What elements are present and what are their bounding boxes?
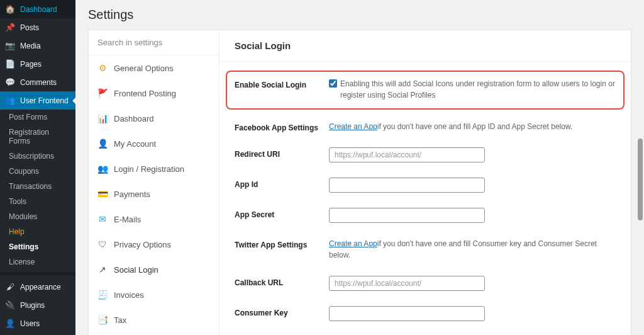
tab-content-filtering[interactable]: 🔗Content Filtering xyxy=(89,332,219,335)
label: Plugins xyxy=(20,301,45,310)
submenu-tools[interactable]: Tools xyxy=(0,194,75,209)
callback-url-input[interactable] xyxy=(329,276,485,291)
submenu-subscriptions[interactable]: Subscriptions xyxy=(0,149,75,164)
label: Media xyxy=(20,42,41,50)
tax-icon: 📑 xyxy=(97,315,108,325)
submenu-license[interactable]: License xyxy=(0,254,75,270)
tab-tax[interactable]: 📑Tax xyxy=(89,307,219,332)
sidebar-item-dashboard[interactable]: 🏠Dashboard xyxy=(0,0,75,18)
label: User Frontend xyxy=(20,96,69,105)
page-title: Settings xyxy=(88,8,631,22)
label: General Options xyxy=(114,64,174,73)
consumer-key-label: Consumer Key xyxy=(235,306,329,317)
submenu-help[interactable]: Help xyxy=(0,224,75,239)
brush-icon: 🖌 xyxy=(5,282,15,292)
sidebar-item-pages[interactable]: 📄Pages xyxy=(0,55,75,73)
separator xyxy=(0,272,75,275)
user-icon: 👤 xyxy=(5,319,15,328)
facebook-settings-label: Facebook App Settings xyxy=(235,121,329,132)
tab-my-account[interactable]: 👤My Account xyxy=(89,131,219,156)
home-icon: 🏠 xyxy=(5,4,15,14)
sidebar-item-media[interactable]: 📷Media xyxy=(0,37,75,55)
mail-icon: ✉ xyxy=(97,214,108,224)
redirect-uri-input[interactable] xyxy=(329,147,485,162)
label: Dashboard xyxy=(20,5,57,14)
sidebar-item-posts[interactable]: 📌Posts xyxy=(0,18,75,37)
settings-nav: Search in settings ⚙General Options 🚩Fro… xyxy=(89,30,219,335)
sidebar-item-users[interactable]: 👤Users xyxy=(0,314,75,332)
tab-general-options[interactable]: ⚙General Options xyxy=(89,55,219,81)
pin-icon: 📌 xyxy=(5,23,15,32)
gear-icon: ⚙ xyxy=(97,63,108,73)
label: Frontend Posting xyxy=(114,89,176,98)
app-secret-input[interactable] xyxy=(329,208,485,223)
users-icon: 👥 xyxy=(5,96,15,105)
submenu-registration-forms[interactable]: Registration Forms xyxy=(0,125,75,149)
submenu-coupons[interactable]: Coupons xyxy=(0,164,75,179)
label: Payments xyxy=(114,190,150,199)
sidebar-item-comments[interactable]: 💬Comments xyxy=(0,73,75,91)
label: Login / Registration xyxy=(114,164,184,174)
redirect-uri-label: Redirect URI xyxy=(235,147,329,159)
text: if you don't have one and fill App ID an… xyxy=(377,122,573,131)
label: My Account xyxy=(114,139,156,149)
login-icon: 👥 xyxy=(97,164,108,174)
app-id-input[interactable] xyxy=(329,178,485,193)
enable-social-login-description: Enabling this will add Social Icons unde… xyxy=(340,78,616,101)
dashboard-icon: 📊 xyxy=(97,113,108,123)
label: Tax xyxy=(114,315,126,325)
sidebar-item-user-frontend[interactable]: 👥User Frontend xyxy=(0,91,75,110)
label: Users xyxy=(20,319,40,328)
tab-privacy[interactable]: 🛡Privacy Options xyxy=(89,232,219,257)
consumer-key-input[interactable] xyxy=(329,306,485,321)
label: Privacy Options xyxy=(114,240,171,249)
section-title: Social Login xyxy=(219,30,631,62)
submenu-post-forms[interactable]: Post Forms xyxy=(0,110,75,125)
card-icon: 💳 xyxy=(97,189,108,199)
app-id-label: App Id xyxy=(235,178,329,189)
account-icon: 👤 xyxy=(97,139,108,149)
sidebar-item-tools[interactable]: 🔧Tools xyxy=(0,332,75,335)
flag-icon: 🚩 xyxy=(97,88,108,98)
tab-emails[interactable]: ✉E-Mails xyxy=(89,207,219,232)
enable-social-login-label: Enable Social Login xyxy=(235,78,329,89)
facebook-create-app-link[interactable]: Create an App xyxy=(329,122,377,131)
admin-sidebar: 🏠Dashboard 📌Posts 📷Media 📄Pages 💬Comment… xyxy=(0,0,75,335)
share-icon: ↗ xyxy=(97,264,108,275)
callback-url-label: Callback URL xyxy=(235,276,329,287)
submenu-modules[interactable]: Modules xyxy=(0,209,75,224)
label: Posts xyxy=(20,23,39,32)
scrollbar-thumb[interactable] xyxy=(638,139,643,220)
label: E-Mails xyxy=(114,215,141,224)
label: Pages xyxy=(20,60,42,69)
page-icon: 📄 xyxy=(5,59,15,69)
twitter-settings-label: Twitter App Settings xyxy=(235,238,329,249)
settings-search[interactable]: Search in settings xyxy=(89,30,219,55)
tab-login-registration[interactable]: 👥Login / Registration xyxy=(89,156,219,181)
settings-box: Search in settings ⚙General Options 🚩Fro… xyxy=(88,30,631,335)
enable-social-login-checkbox[interactable] xyxy=(329,79,337,88)
settings-content: Social Login Enable Social Login Enablin… xyxy=(219,30,631,335)
label: Dashboard xyxy=(114,114,154,123)
submenu-transactions[interactable]: Transactions xyxy=(0,179,75,194)
label: Invoices xyxy=(114,290,144,300)
app-secret-label: App Secret xyxy=(235,208,329,219)
twitter-create-app-link[interactable]: Create an App xyxy=(329,239,377,248)
comment-icon: 💬 xyxy=(5,77,15,87)
tab-payments[interactable]: 💳Payments xyxy=(89,181,219,207)
plug-icon: 🔌 xyxy=(5,300,15,310)
submenu-settings[interactable]: Settings xyxy=(0,239,75,254)
sidebar-item-appearance[interactable]: 🖌Appearance xyxy=(0,278,75,296)
sidebar-item-plugins[interactable]: 🔌Plugins xyxy=(0,296,75,314)
label: Appearance xyxy=(20,283,61,292)
label: Social Login xyxy=(114,265,158,275)
tab-frontend-posting[interactable]: 🚩Frontend Posting xyxy=(89,81,219,106)
tab-social-login[interactable]: ↗Social Login xyxy=(89,257,219,282)
main-content: Settings Search in settings ⚙General Opt… xyxy=(75,0,644,335)
label: Comments xyxy=(20,78,57,87)
tab-dashboard[interactable]: 📊Dashboard xyxy=(89,106,219,131)
enable-social-login-highlight: Enable Social Login Enabling this will a… xyxy=(226,71,625,110)
tab-invoices[interactable]: 🧾Invoices xyxy=(89,282,219,307)
shield-icon: 🛡 xyxy=(97,239,108,249)
camera-icon: 📷 xyxy=(5,41,15,50)
